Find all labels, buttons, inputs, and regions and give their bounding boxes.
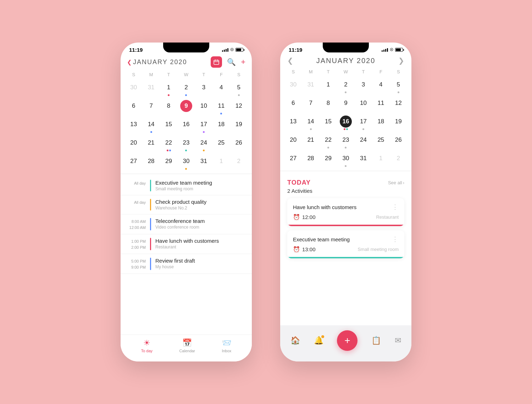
cal-day-r[interactable]: 11 — [372, 96, 389, 113]
cal-day[interactable]: 6 — [125, 99, 142, 116]
cal-day-r[interactable]: 29 — [320, 151, 337, 169]
wifi-icon: ☉ — [230, 47, 234, 52]
nav-home-icon[interactable]: 🏠 — [290, 336, 300, 345]
cal-day-r[interactable]: 8 — [320, 96, 337, 113]
cal-day-r[interactable]: 15 — [320, 114, 337, 132]
calendar-icon-btn[interactable] — [211, 56, 222, 68]
cal-day-r[interactable]: 13 — [284, 114, 302, 132]
cal-day[interactable]: 19 — [230, 117, 248, 135]
cal-day[interactable]: 17 — [195, 117, 212, 135]
schedule-item[interactable]: All day Check product quality Warehouse … — [121, 195, 252, 214]
more-options-icon[interactable]: ⋮ — [392, 203, 399, 211]
cal-day[interactable]: 18 — [212, 117, 230, 135]
schedule-item[interactable]: All day Executive team meeting Small mee… — [121, 176, 252, 195]
week-row: 6 7 8 9 10 11 12 — [125, 99, 248, 116]
fab-add-button[interactable]: + — [337, 330, 358, 351]
cal-day[interactable]: 14 — [142, 117, 160, 135]
cal-day[interactable]: 30 — [125, 80, 142, 98]
cal-day-r[interactable]: 6 — [284, 96, 302, 113]
cal-day-r[interactable]: 2 — [390, 151, 407, 169]
cal-day-r[interactable]: 17 — [355, 114, 372, 132]
cal-day[interactable]: 29 — [160, 154, 177, 172]
cal-day-r[interactable]: 2 — [337, 77, 354, 95]
cal-day[interactable]: 31 — [195, 154, 212, 172]
cal-day-r[interactable]: 24 — [355, 133, 372, 150]
cal-day-r[interactable]: 3 — [355, 77, 372, 95]
cal-day-r[interactable]: 1 — [320, 77, 337, 95]
schedule-item[interactable]: 1:00 PM2:00 PM Have lunch with customers… — [121, 234, 252, 254]
nav-tasks-icon[interactable]: 📋 — [371, 336, 381, 345]
cal-day[interactable]: 8 — [160, 99, 177, 116]
activity-card-meeting[interactable]: Executive team meeting ⋮ ⏰ 13:00 Small m… — [287, 230, 404, 258]
activities-count: 2 Activities — [287, 188, 404, 194]
cal-day[interactable]: 28 — [142, 154, 160, 172]
card-title-2: Executive team meeting — [293, 236, 350, 242]
search-icon[interactable]: 🔍 — [227, 58, 236, 66]
cal-day[interactable]: 22 — [160, 135, 177, 153]
cal-day-r[interactable]: 21 — [302, 133, 319, 150]
cal-day-r[interactable]: 10 — [355, 96, 372, 113]
cal-day-r[interactable]: 20 — [284, 133, 302, 150]
cal-day-r[interactable]: 26 — [390, 133, 407, 150]
cal-day[interactable]: 11 — [212, 99, 230, 116]
cal-day[interactable]: 15 — [160, 117, 177, 135]
cal-day[interactable]: 16 — [177, 117, 195, 135]
cal-day-r[interactable]: 7 — [302, 96, 319, 113]
cal-day[interactable]: 20 — [125, 135, 142, 153]
cal-day-r[interactable]: 23 — [337, 133, 354, 150]
nav-back-right[interactable]: ❮ — [287, 56, 293, 65]
nav-inbox[interactable]: 📨 Inbox — [222, 338, 231, 353]
cal-day-r[interactable]: 14 — [302, 114, 319, 132]
cal-day-r[interactable]: 30 — [284, 77, 302, 95]
nav-forward-right[interactable]: ❯ — [398, 56, 404, 65]
schedule-list: All day Executive team meeting Small mee… — [121, 176, 252, 274]
cal-day[interactable]: 2 — [177, 80, 195, 98]
see-all-btn[interactable]: See all › — [388, 180, 404, 185]
cal-day-r[interactable]: 27 — [284, 151, 302, 169]
cal-day-r[interactable]: 4 — [372, 77, 389, 95]
cal-day-r[interactable]: 18 — [372, 114, 389, 132]
cal-day-r[interactable]: 31 — [302, 77, 319, 95]
cal-day[interactable]: 25 — [212, 135, 230, 153]
cal-day[interactable]: 3 — [195, 80, 212, 98]
cal-day[interactable]: 12 — [230, 99, 248, 116]
add-icon-left[interactable]: + — [241, 57, 245, 67]
cal-day-selected[interactable]: 9 — [177, 99, 195, 116]
cal-day[interactable]: 13 — [125, 117, 142, 135]
schedule-item[interactable]: 5:00 PM9:00 PM Review first draft My hou… — [121, 254, 252, 274]
nav-back-left[interactable]: ❮ JANUARY 2020 — [127, 58, 187, 66]
schedule-item[interactable]: 8:00 AM12:00 AM Teleconference team Vide… — [121, 214, 252, 234]
activity-card-lunch[interactable]: Have lunch with customers ⋮ ⏰ 12:00 Rest… — [287, 198, 404, 226]
cal-day[interactable]: 2 — [230, 154, 248, 172]
cal-day[interactable]: 31 — [142, 80, 160, 98]
cal-day-r[interactable]: 31 — [355, 151, 372, 169]
cal-day[interactable]: 4 — [212, 80, 230, 98]
cal-day[interactable]: 21 — [142, 135, 160, 153]
cal-day-today[interactable]: 16 — [337, 114, 354, 132]
cal-day-r[interactable]: 1 — [372, 151, 389, 169]
cal-day[interactable]: 5 — [230, 80, 248, 98]
cal-day[interactable]: 23 — [177, 135, 195, 153]
nav-today[interactable]: ☀ To day — [141, 338, 153, 353]
cal-day-r[interactable]: 28 — [302, 151, 319, 169]
cal-day-r[interactable]: 22 — [320, 133, 337, 150]
cal-day[interactable]: 30 — [177, 154, 195, 172]
cal-day-r[interactable]: 12 — [390, 96, 407, 113]
cal-day-r[interactable]: 30 — [337, 151, 354, 169]
more-options-icon-2[interactable]: ⋮ — [392, 235, 399, 243]
nav-calendar[interactable]: 📅 Calendar — [179, 338, 195, 353]
cal-day-r[interactable]: 19 — [390, 114, 407, 132]
cal-day-r[interactable]: 5 — [390, 77, 407, 95]
cal-day[interactable]: 1 — [212, 154, 230, 172]
today-label: TODAY — [287, 179, 311, 186]
cal-day-r[interactable]: 9 — [337, 96, 354, 113]
cal-day[interactable]: 26 — [230, 135, 248, 153]
nav-notifications-icon[interactable]: 🔔 — [314, 336, 323, 345]
cal-day[interactable]: 27 — [125, 154, 142, 172]
cal-day-r[interactable]: 25 — [372, 133, 389, 150]
nav-mail-icon[interactable]: ✉ — [395, 336, 401, 345]
cal-day[interactable]: 1 — [160, 80, 177, 98]
cal-day[interactable]: 24 — [195, 135, 212, 153]
cal-day[interactable]: 7 — [142, 99, 160, 116]
cal-day[interactable]: 10 — [195, 99, 212, 116]
